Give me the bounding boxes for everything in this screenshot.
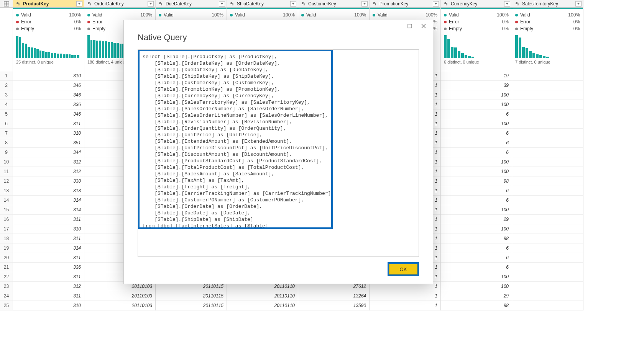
row-number[interactable]: 19 bbox=[0, 243, 13, 253]
data-cell[interactable]: 336 bbox=[13, 100, 84, 109]
row-number[interactable]: 12 bbox=[0, 176, 13, 186]
data-cell[interactable] bbox=[512, 109, 583, 119]
row-number[interactable]: 4 bbox=[0, 100, 13, 109]
data-cell[interactable]: 100 bbox=[441, 90, 512, 100]
data-cell[interactable]: 20110103 bbox=[84, 291, 155, 301]
data-cell[interactable] bbox=[512, 282, 583, 291]
row-number[interactable]: 21 bbox=[0, 263, 13, 272]
column-header[interactable]: 2DueDateKey bbox=[156, 0, 227, 8]
data-cell[interactable]: 344 bbox=[13, 148, 84, 157]
row-number[interactable]: 7 bbox=[0, 129, 13, 138]
data-cell[interactable] bbox=[512, 186, 583, 196]
data-cell[interactable] bbox=[512, 301, 583, 310]
data-cell[interactable] bbox=[512, 234, 583, 243]
data-cell[interactable] bbox=[512, 71, 583, 81]
data-cell[interactable]: 311 bbox=[13, 253, 84, 263]
data-cell[interactable]: 98 bbox=[441, 301, 512, 310]
row-number[interactable]: 24 bbox=[0, 291, 13, 301]
data-cell[interactable]: 311 bbox=[13, 272, 84, 282]
data-cell[interactable]: 6 bbox=[441, 186, 512, 196]
column-header[interactable]: 2CurrencyKey bbox=[441, 0, 512, 8]
data-cell[interactable] bbox=[512, 263, 583, 272]
column-header[interactable]: 2ProductKey bbox=[13, 0, 84, 8]
row-number[interactable]: 10 bbox=[0, 157, 13, 167]
data-cell[interactable]: 314 bbox=[13, 243, 84, 253]
data-cell[interactable]: 6 bbox=[441, 243, 512, 253]
data-cell[interactable]: 6 bbox=[441, 196, 512, 205]
data-cell[interactable]: 311 bbox=[13, 215, 84, 224]
data-cell[interactable]: 314 bbox=[13, 196, 84, 205]
data-cell[interactable] bbox=[512, 81, 583, 90]
data-cell[interactable]: 20110110 bbox=[227, 291, 298, 301]
table-icon-cell[interactable] bbox=[0, 0, 13, 8]
data-cell[interactable]: 98 bbox=[441, 176, 512, 186]
data-cell[interactable]: 100 bbox=[441, 157, 512, 167]
data-cell[interactable]: 20110110 bbox=[227, 301, 298, 310]
data-cell[interactable]: 310 bbox=[13, 301, 84, 310]
data-cell[interactable]: 13264 bbox=[298, 291, 369, 301]
data-cell[interactable]: 98 bbox=[441, 234, 512, 243]
data-cell[interactable] bbox=[512, 138, 583, 148]
filter-dropdown-button[interactable] bbox=[575, 1, 582, 7]
row-number[interactable]: 8 bbox=[0, 138, 13, 148]
data-cell[interactable]: 346 bbox=[13, 90, 84, 100]
data-cell[interactable]: 20110115 bbox=[156, 291, 227, 301]
data-cell[interactable]: 29 bbox=[441, 291, 512, 301]
row-number[interactable]: 5 bbox=[0, 109, 13, 119]
data-cell[interactable]: 6 bbox=[441, 148, 512, 157]
data-cell[interactable]: 314 bbox=[13, 205, 84, 215]
column-header[interactable]: 2OrderDateKey bbox=[84, 0, 155, 8]
row-number[interactable]: 3 bbox=[0, 90, 13, 100]
data-cell[interactable]: 6 bbox=[441, 109, 512, 119]
data-cell[interactable]: 330 bbox=[13, 176, 84, 186]
data-cell[interactable]: 100 bbox=[441, 100, 512, 109]
data-cell[interactable]: 311 bbox=[13, 119, 84, 129]
data-cell[interactable]: 346 bbox=[13, 81, 84, 90]
data-cell[interactable] bbox=[512, 90, 583, 100]
close-button[interactable] bbox=[418, 22, 429, 30]
data-cell[interactable]: 13590 bbox=[298, 301, 369, 310]
row-number[interactable]: 16 bbox=[0, 215, 13, 224]
data-cell[interactable]: 312 bbox=[13, 157, 84, 167]
data-cell[interactable]: 6 bbox=[441, 253, 512, 263]
row-number[interactable]: 23 bbox=[0, 282, 13, 291]
data-cell[interactable] bbox=[512, 291, 583, 301]
filter-dropdown-button[interactable] bbox=[148, 1, 154, 7]
data-cell[interactable]: 100 bbox=[441, 282, 512, 291]
row-number[interactable]: 11 bbox=[0, 167, 13, 176]
data-cell[interactable]: 336 bbox=[13, 263, 84, 272]
row-number[interactable]: 1 bbox=[0, 71, 13, 81]
data-cell[interactable] bbox=[512, 157, 583, 167]
column-header[interactable]: 2SalesTerritoryKey bbox=[512, 0, 583, 8]
data-cell[interactable] bbox=[512, 272, 583, 282]
row-number[interactable]: 6 bbox=[0, 119, 13, 129]
data-cell[interactable]: 100 bbox=[441, 167, 512, 176]
data-cell[interactable] bbox=[512, 215, 583, 224]
data-cell[interactable]: 1 bbox=[370, 301, 440, 310]
data-cell[interactable]: 310 bbox=[13, 129, 84, 138]
data-cell[interactable]: 6 bbox=[441, 129, 512, 138]
native-query-text[interactable]: select [$Table].[ProductKey] as [Product… bbox=[140, 51, 331, 227]
data-cell[interactable]: 1 bbox=[370, 291, 440, 301]
data-cell[interactable]: 311 bbox=[13, 234, 84, 243]
data-cell[interactable]: 346 bbox=[13, 109, 84, 119]
data-cell[interactable]: 100 bbox=[441, 272, 512, 282]
data-cell[interactable] bbox=[512, 196, 583, 205]
maximize-button[interactable] bbox=[404, 22, 415, 30]
data-cell[interactable]: 100 bbox=[441, 224, 512, 234]
data-cell[interactable]: 313 bbox=[13, 186, 84, 196]
data-cell[interactable]: 310 bbox=[13, 71, 84, 81]
column-header[interactable]: 2PromotionKey bbox=[370, 0, 440, 8]
data-cell[interactable]: 312 bbox=[13, 167, 84, 176]
data-cell[interactable] bbox=[512, 176, 583, 186]
data-cell[interactable]: 6 bbox=[441, 263, 512, 272]
data-cell[interactable] bbox=[512, 205, 583, 215]
data-cell[interactable] bbox=[512, 129, 583, 138]
data-cell[interactable]: 20110103 bbox=[84, 301, 155, 310]
column-header[interactable]: 2ShipDateKey bbox=[227, 0, 298, 8]
row-number[interactable]: 22 bbox=[0, 272, 13, 282]
filter-dropdown-button[interactable] bbox=[504, 1, 510, 7]
data-cell[interactable] bbox=[512, 167, 583, 176]
filter-dropdown-button[interactable] bbox=[76, 1, 82, 7]
row-number[interactable]: 25 bbox=[0, 301, 13, 310]
